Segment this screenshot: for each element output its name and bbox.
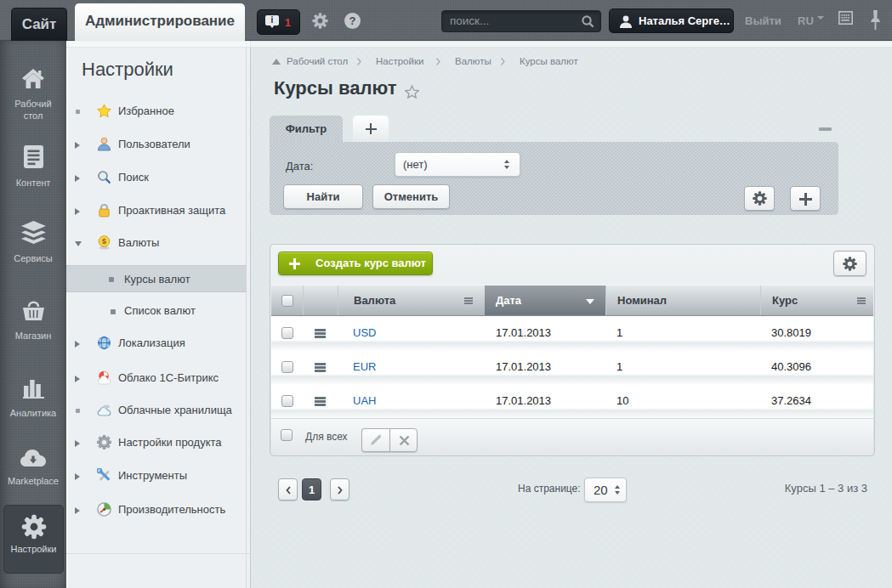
svg-text:$: $ <box>102 236 107 246</box>
